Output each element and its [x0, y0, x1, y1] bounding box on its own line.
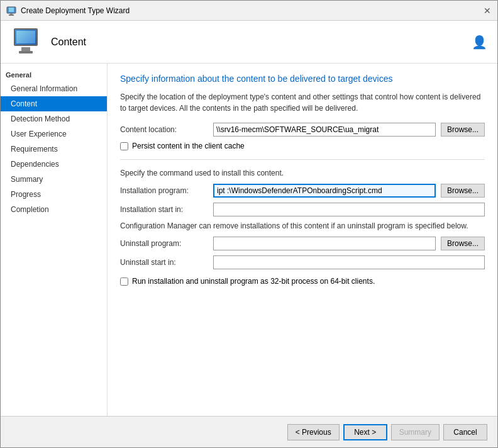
title-bar-left: Create Deployment Type Wizard [6, 5, 130, 16]
content-location-input[interactable] [213, 123, 436, 137]
header-icon [11, 27, 41, 57]
svg-rect-2 [10, 13, 13, 14]
run-32bit-row: Run installation and uninstall program a… [120, 277, 485, 286]
uninstall-program-browse-button[interactable]: Browse... [441, 237, 485, 250]
close-button[interactable]: ✕ [482, 6, 492, 16]
main-panel: Specify information about the content to… [108, 64, 497, 416]
wizard-icon [6, 5, 17, 16]
persist-cache-row: Persist content in the client cache [120, 142, 485, 150]
footer: < Previous Next > Summary Cancel [1, 416, 497, 447]
uninstall-program-row: Uninstall program: Browse... [120, 237, 485, 250]
sidebar-item-user-experience[interactable]: User Experience [1, 126, 107, 142]
title-bar: Create Deployment Type Wizard ✕ [1, 1, 497, 21]
header-right-icon: 👤 [472, 35, 487, 50]
header-bar: Content 👤 [1, 21, 497, 64]
content-area: General General Information Content Dete… [1, 64, 497, 416]
uninstall-start-in-row: Uninstall start in: [120, 255, 485, 269]
window-title: Create Deployment Type Wizard [21, 6, 130, 15]
uninstall-start-in-input[interactable] [213, 255, 485, 269]
previous-button[interactable]: < Previous [287, 424, 340, 440]
sidebar-item-summary[interactable]: Summary [1, 172, 107, 187]
main-heading: Specify information about the content to… [120, 74, 485, 84]
cancel-button[interactable]: Cancel [443, 424, 487, 440]
installation-program-row: Installation program: Browse... [120, 184, 485, 198]
persist-cache-label: Persist content in the client cache [132, 142, 245, 150]
sidebar-item-content[interactable]: Content [1, 96, 107, 111]
uninstall-program-label: Uninstall program: [120, 239, 208, 248]
installation-program-input[interactable] [213, 184, 436, 198]
persist-cache-checkbox[interactable] [120, 142, 128, 150]
sidebar-item-progress[interactable]: Progress [1, 187, 107, 202]
next-button[interactable]: Next > [343, 424, 387, 440]
sidebar-item-requirements[interactable]: Requirements [1, 142, 107, 157]
installation-start-in-row: Installation start in: [120, 203, 485, 216]
person-icon: 👤 [472, 35, 487, 49]
svg-rect-3 [9, 14, 14, 16]
installation-program-label: Installation program: [120, 186, 208, 195]
uninstall-note: Configuration Manager can remove install… [120, 221, 485, 230]
content-location-label: Content location: [120, 125, 208, 134]
installation-start-in-input[interactable] [213, 203, 485, 216]
install-section-label: Specify the command used to install this… [120, 169, 485, 177]
uninstall-program-input[interactable] [213, 237, 436, 250]
run-32bit-checkbox[interactable] [120, 277, 128, 286]
svg-rect-1 [9, 8, 14, 12]
divider-1 [120, 159, 485, 160]
sidebar-group-label: General [1, 69, 107, 81]
header-title: Content [51, 36, 86, 48]
installation-start-in-label: Installation start in: [120, 205, 208, 214]
run-32bit-label: Run installation and uninstall program a… [132, 277, 375, 286]
description-text: Specify the location of the deployment t… [120, 91, 485, 114]
sidebar-item-detection-method[interactable]: Detection Method [1, 111, 107, 126]
content-location-row: Content location: Browse... [120, 123, 485, 137]
uninstall-start-in-label: Uninstall start in: [120, 258, 208, 267]
sidebar-item-general-information[interactable]: General Information [1, 81, 107, 96]
content-location-browse-button[interactable]: Browse... [441, 123, 485, 137]
sidebar-item-dependencies[interactable]: Dependencies [1, 157, 107, 172]
sidebar-item-completion[interactable]: Completion [1, 202, 107, 217]
installation-program-browse-button[interactable]: Browse... [441, 184, 485, 198]
sidebar: General General Information Content Dete… [1, 64, 108, 416]
wizard-window: Create Deployment Type Wizard ✕ Content … [0, 0, 498, 448]
summary-button[interactable]: Summary [391, 424, 440, 440]
